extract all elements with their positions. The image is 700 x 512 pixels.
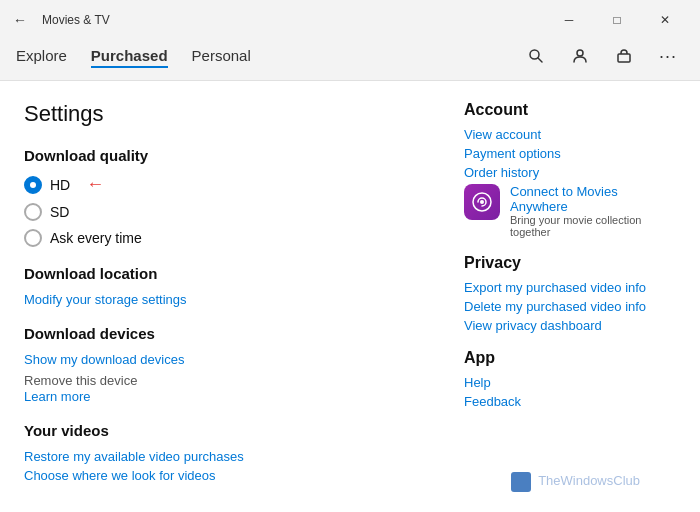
feedback-link[interactable]: Feedback xyxy=(464,394,676,409)
show-download-devices-link[interactable]: Show my download devices xyxy=(24,352,424,367)
window-controls: ─ □ ✕ xyxy=(546,4,688,36)
search-button[interactable] xyxy=(520,40,552,72)
nav-tabs: Explore Purchased Personal xyxy=(16,45,251,68)
privacy-dashboard-link[interactable]: View privacy dashboard xyxy=(464,318,676,333)
payment-options-link[interactable]: Payment options xyxy=(464,146,676,161)
movies-anywhere-icon xyxy=(464,184,500,220)
close-button[interactable]: ✕ xyxy=(642,4,688,36)
delete-video-info-link[interactable]: Delete my purchased video info xyxy=(464,299,676,314)
back-button[interactable]: ← xyxy=(8,8,32,32)
order-history-link[interactable]: Order history xyxy=(464,165,676,180)
close-icon: ✕ xyxy=(660,13,670,27)
left-panel: Settings Download quality HD ← SD Ask ev… xyxy=(16,81,444,512)
minimize-button[interactable]: ─ xyxy=(546,4,592,36)
account-heading: Account xyxy=(464,101,676,119)
search-icon xyxy=(528,48,544,64)
connect-movies-anywhere-link[interactable]: Connect to Movies Anywhere xyxy=(510,184,676,214)
svg-point-2 xyxy=(577,50,583,56)
more-icon: ··· xyxy=(659,46,677,67)
main-content: Settings Download quality HD ← SD Ask ev… xyxy=(0,80,700,512)
radio-hd-label: HD xyxy=(50,177,70,193)
app-title: Movies & TV xyxy=(42,13,110,27)
nav-bar: Explore Purchased Personal ··· xyxy=(0,36,700,80)
app-heading: App xyxy=(464,349,676,367)
maximize-icon: □ xyxy=(613,13,620,27)
account-icon xyxy=(572,48,588,64)
download-quality-group: HD ← SD Ask every time xyxy=(24,174,424,247)
radio-sd-label: SD xyxy=(50,204,69,220)
radio-sd[interactable]: SD xyxy=(24,203,424,221)
choose-video-location-link[interactable]: Choose where we look for videos xyxy=(24,468,424,483)
title-bar-left: ← Movies & TV xyxy=(8,8,110,32)
view-account-link[interactable]: View account xyxy=(464,127,676,142)
back-icon: ← xyxy=(13,12,27,28)
radio-ask-circle xyxy=(24,229,42,247)
radio-ask-label: Ask every time xyxy=(50,230,142,246)
store-button[interactable] xyxy=(608,40,640,72)
nav-icons: ··· xyxy=(520,40,684,72)
settings-title: Settings xyxy=(24,101,424,127)
download-location-heading: Download location xyxy=(24,265,424,282)
download-devices-heading: Download devices xyxy=(24,325,424,342)
tab-explore[interactable]: Explore xyxy=(16,45,67,68)
minimize-icon: ─ xyxy=(565,13,574,27)
red-arrow-indicator: ← xyxy=(86,174,104,195)
movies-anywhere-subtitle: Bring your movie collection together xyxy=(510,214,676,238)
tab-purchased[interactable]: Purchased xyxy=(91,45,168,68)
remove-device-text: Remove this device xyxy=(24,373,137,388)
radio-ask[interactable]: Ask every time xyxy=(24,229,424,247)
svg-rect-3 xyxy=(618,54,630,62)
maximize-button[interactable]: □ xyxy=(594,4,640,36)
more-button[interactable]: ··· xyxy=(652,40,684,72)
svg-line-1 xyxy=(538,58,542,62)
right-panel: Account View account Payment options Ord… xyxy=(444,81,684,512)
download-quality-heading: Download quality xyxy=(24,147,424,164)
modify-storage-link[interactable]: Modify your storage settings xyxy=(24,292,424,307)
movies-anywhere-banner: Connect to Movies Anywhere Bring your mo… xyxy=(464,184,676,238)
tab-personal[interactable]: Personal xyxy=(192,45,251,68)
radio-hd-circle xyxy=(24,176,42,194)
svg-point-5 xyxy=(480,200,484,204)
radio-hd[interactable]: HD ← xyxy=(24,174,424,195)
account-button[interactable] xyxy=(564,40,596,72)
your-videos-heading: Your videos xyxy=(24,422,424,439)
radio-sd-circle xyxy=(24,203,42,221)
export-video-info-link[interactable]: Export my purchased video info xyxy=(464,280,676,295)
learn-more-link[interactable]: Learn more xyxy=(24,389,424,404)
help-link[interactable]: Help xyxy=(464,375,676,390)
privacy-heading: Privacy xyxy=(464,254,676,272)
movies-anywhere-text: Connect to Movies Anywhere Bring your mo… xyxy=(510,184,676,238)
restore-purchases-link[interactable]: Restore my available video purchases xyxy=(24,449,424,464)
title-bar: ← Movies & TV ─ □ ✕ xyxy=(0,0,700,36)
store-icon xyxy=(616,48,632,64)
